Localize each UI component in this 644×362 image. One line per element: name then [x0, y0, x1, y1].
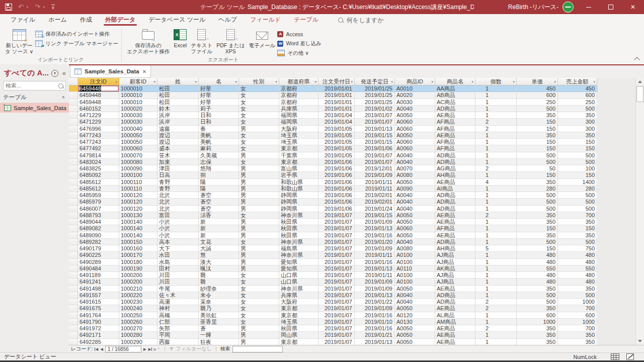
cell-customer_id[interactable]: 1000060	[119, 145, 157, 152]
restore-button[interactable]	[600, 0, 622, 14]
cell-product_name[interactable]: AE商品	[435, 132, 475, 139]
cell-customer_id[interactable]: 1000150	[119, 239, 157, 245]
export-access-button[interactable]: A Access	[277, 30, 321, 38]
cell-first_name[interactable]: 悠翔	[199, 165, 239, 172]
cell-prefecture[interactable]: 埼玉県	[279, 319, 318, 325]
cell-last_name[interactable]: 浜岸	[157, 112, 199, 119]
cell-prefecture[interactable]: 福岡県	[279, 112, 318, 119]
cell-last_name[interactable]: 矢部	[157, 325, 199, 332]
cell-prefecture[interactable]: 静岡県	[279, 206, 318, 212]
cell-unit_price[interactable]: 350	[517, 286, 558, 292]
cell-order_id[interactable]: 6488793	[78, 212, 119, 219]
close-button[interactable]: ✕	[622, 0, 644, 14]
cell-order_date[interactable]: 2019/01/05	[318, 126, 355, 132]
cell-sales[interactable]: 100	[558, 165, 597, 172]
cell-order_date[interactable]: 2019/01/01	[318, 106, 355, 112]
cell-quantity[interactable]: 1	[475, 199, 517, 205]
cell-order_date[interactable]: 2019/01/07	[318, 252, 355, 258]
cell-last_name[interactable]: 鈴木	[157, 106, 199, 112]
cell-customer_id[interactable]: 1000070	[119, 152, 157, 159]
cell-first_name[interactable]: 茉奈	[199, 299, 239, 305]
cell-order_date[interactable]: 2019/01/01	[318, 99, 355, 106]
cell-quantity[interactable]: 1	[475, 99, 517, 106]
cell-sales[interactable]: 150	[558, 139, 597, 145]
cell-ship_date[interactable]: 2019/01/07	[355, 152, 395, 159]
cell-sales[interactable]: 350	[558, 219, 597, 225]
save-icon[interactable]	[5, 4, 12, 11]
cell-prefecture[interactable]: 東京都	[279, 339, 318, 345]
cell-last_name[interactable]: 笹木	[157, 152, 199, 159]
cell-quantity[interactable]: 2	[475, 325, 517, 332]
cell-sales[interactable]: 300	[558, 119, 597, 125]
cell-prefecture[interactable]: 埼玉県	[279, 132, 318, 139]
cell-order_id[interactable]: 6483825	[78, 165, 119, 172]
cell-unit_price[interactable]: 500	[517, 159, 558, 165]
cell-sales[interactable]: 600	[558, 312, 597, 319]
row-selector[interactable]	[69, 179, 78, 186]
cell-ship_date[interactable]: 2019/01/25	[355, 99, 395, 106]
cell-product_name[interactable]: AJ商品	[435, 252, 475, 258]
cell-product_id[interactable]: A0070	[395, 165, 435, 172]
cell-order_date[interactable]: 2019/01/07	[318, 286, 355, 292]
column-dropdown-icon[interactable]: ▾	[431, 80, 433, 83]
cell-unit_price[interactable]: 480	[517, 272, 558, 279]
cell-first_name[interactable]: 亜香里	[199, 319, 239, 325]
tab-close-icon[interactable]: ✕	[142, 69, 146, 74]
cell-product_name[interactable]: AG商品	[435, 165, 475, 172]
cell-prefecture[interactable]: 静岡県	[279, 199, 318, 205]
cell-first_name[interactable]: 雛	[199, 272, 239, 279]
cell-product_name[interactable]: AE商品	[435, 332, 475, 338]
row-selector[interactable]	[69, 265, 78, 272]
menu-tab-ファイル[interactable]: ファイル	[4, 14, 42, 26]
column-header-sales[interactable]: 売上金額▾	[558, 78, 597, 85]
menu-tab-データベース ツール[interactable]: データベース ツール	[142, 14, 212, 26]
cell-ship_date[interactable]: 2019/01/25	[355, 85, 395, 92]
cell-first_name[interactable]: 蒼	[199, 325, 239, 332]
cell-gender[interactable]: 男	[239, 192, 279, 199]
cell-order_date[interactable]: 2019/01/07	[318, 279, 355, 285]
nav-item-sample-sales-data[interactable]: Sample_Sales_Data	[0, 103, 69, 113]
cell-product_id[interactable]: A0050	[395, 179, 435, 186]
cell-first_name[interactable]: 好華	[199, 92, 239, 99]
cell-ship_date[interactable]: 2019/01/16	[355, 259, 395, 265]
cell-gender[interactable]: 男	[239, 332, 279, 338]
column-header-unit_price[interactable]: 単価▾	[517, 78, 558, 85]
menu-tab-フィールド[interactable]: フィールド	[244, 14, 287, 26]
row-selector[interactable]	[69, 85, 78, 92]
cell-prefecture[interactable]: 東京都	[279, 312, 318, 319]
cell-order_id[interactable]: 6485959	[78, 192, 119, 199]
cell-product_name[interactable]: AE商品	[435, 325, 475, 332]
cell-last_name[interactable]: 神村	[157, 305, 199, 312]
cell-first_name[interactable]: 湊大	[199, 259, 239, 265]
nav-pane-shutter-icon[interactable]: «	[62, 69, 66, 77]
cell-last_name[interactable]: 田村	[157, 265, 199, 272]
column-dropdown-icon[interactable]: ▾	[314, 80, 316, 83]
cell-quantity[interactable]: 1	[475, 279, 517, 285]
cell-last_name[interactable]: 水島	[157, 259, 199, 265]
cell-quantity[interactable]: 1	[475, 92, 517, 99]
cell-quantity[interactable]: 1	[475, 172, 517, 178]
cell-order_id[interactable]: 6477492	[78, 145, 119, 152]
cell-product_name[interactable]: AF商品	[435, 225, 475, 232]
row-selector[interactable]	[69, 106, 78, 112]
cell-sales[interactable]: 500	[558, 192, 597, 199]
cell-customer_id[interactable]: 1000040	[119, 126, 157, 132]
cell-order_date[interactable]: 2019/01/07	[318, 305, 355, 312]
cell-product_name[interactable]: AD商品	[435, 239, 475, 245]
cell-sales[interactable]: 480	[558, 272, 597, 279]
cell-prefecture[interactable]: 神奈川県	[279, 212, 318, 219]
cell-first_name[interactable]: 蒼空	[199, 192, 239, 199]
cell-unit_price[interactable]: 150	[517, 139, 558, 145]
cell-product_id[interactable]: A0040	[395, 292, 435, 299]
row-selector[interactable]	[69, 252, 78, 258]
cell-unit_price[interactable]: 250	[517, 99, 558, 106]
cell-order_id[interactable]: 6491972	[78, 325, 119, 332]
row-selector[interactable]	[69, 299, 78, 305]
datasheet-view-icon[interactable]	[611, 353, 619, 360]
cell-product_name[interactable]: AH商品	[435, 245, 475, 252]
cell-unit_price[interactable]: 500	[517, 292, 558, 299]
cell-order_date[interactable]: 2019/01/07	[318, 245, 355, 252]
cell-order_id[interactable]: 6490289	[78, 259, 119, 265]
cell-ship_date[interactable]: 2019/01/16	[355, 232, 395, 239]
cell-ship_date[interactable]: 2019/01/09	[355, 219, 395, 225]
